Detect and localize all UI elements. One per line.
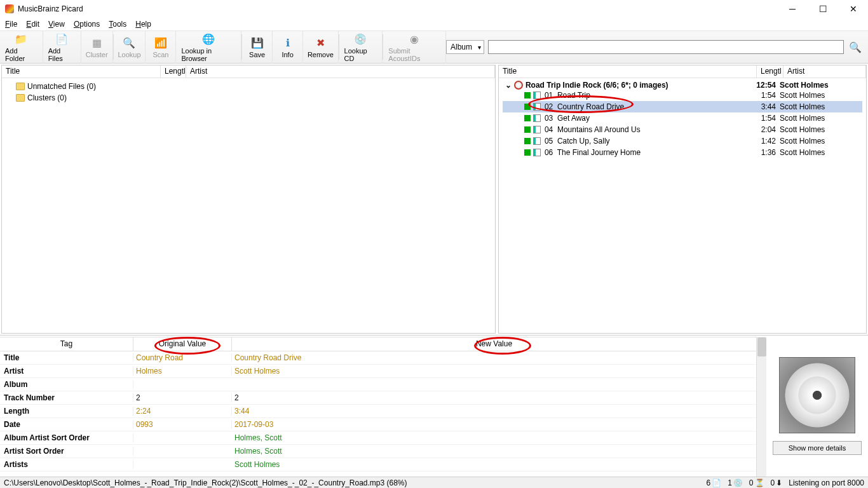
col-length[interactable]: Lengtl bbox=[161, 65, 186, 78]
app-icon bbox=[5, 4, 14, 13]
unmatched-files-item[interactable]: Unmatched Files (0) bbox=[6, 81, 491, 92]
statusbar: C:\Users\Lenovo\Desktop\Scott_Holmes_-_R… bbox=[0, 477, 868, 488]
remove-icon: ✖ bbox=[313, 36, 327, 50]
match-indicator-icon bbox=[524, 92, 531, 98]
file-plus-icon: 📄 bbox=[55, 32, 69, 46]
tag-row[interactable]: Date 0993 2017-09-03 bbox=[0, 418, 756, 431]
minimize-button[interactable]: ─ bbox=[783, 4, 802, 14]
tag-header-orig[interactable]: Original Value bbox=[133, 337, 232, 351]
tag-row[interactable]: Length 2:24 3:44 bbox=[0, 405, 756, 418]
fingerprint-icon: ◉ bbox=[407, 32, 421, 46]
right-pane: Title Lengtl Artist ⌄ Road Trip Indie Ro… bbox=[498, 65, 867, 334]
lookup-browser-button[interactable]: 🌐 Lookup in Browser bbox=[176, 30, 241, 64]
status-listening: Listening on port 8000 bbox=[789, 478, 864, 487]
add-files-button[interactable]: 📄 Add Files bbox=[43, 30, 81, 64]
col-title[interactable]: Title bbox=[2, 65, 161, 78]
tag-row[interactable]: Album Artist Sort Order Holmes, Scott bbox=[0, 431, 756, 445]
track-row[interactable]: 04 Mountains All Around Us 2:04 Scott Ho… bbox=[503, 124, 862, 135]
music-file-icon bbox=[533, 137, 541, 145]
scan-icon: 📶 bbox=[154, 36, 168, 50]
col-title[interactable]: Title bbox=[499, 65, 757, 78]
maximize-button[interactable]: ☐ bbox=[813, 4, 832, 14]
folder-plus-icon: 📁 bbox=[14, 32, 28, 46]
app-title: MusicBrainz Picard bbox=[18, 4, 83, 13]
cluster-button[interactable]: ▦ Cluster bbox=[81, 30, 113, 64]
tag-row[interactable]: Artist Holmes Scott Holmes bbox=[0, 365, 756, 378]
folder-icon bbox=[16, 83, 25, 90]
tag-row[interactable]: Title Country Road Country Road Drive bbox=[0, 351, 756, 365]
remove-button[interactable]: ✖ Remove bbox=[303, 30, 339, 64]
menu-help[interactable]: Help bbox=[135, 20, 151, 29]
music-file-icon bbox=[533, 149, 541, 156]
search-input[interactable] bbox=[488, 40, 844, 54]
search-button[interactable]: 🔍 bbox=[848, 39, 863, 55]
scan-button[interactable]: 📶 Scan bbox=[146, 30, 176, 64]
track-row[interactable]: 03 Get Away 1:54 Scott Holmes bbox=[503, 112, 862, 124]
left-pane: Title Lengtl Artist Unmatched Files (0) … bbox=[1, 65, 496, 334]
music-file-icon bbox=[533, 92, 541, 99]
search-type-dropdown[interactable]: Album bbox=[446, 40, 484, 54]
scrollbar[interactable] bbox=[756, 337, 766, 477]
menubar: File Edit View Options Tools Help bbox=[0, 18, 868, 30]
folder-icon bbox=[16, 94, 25, 102]
cluster-icon: ▦ bbox=[90, 36, 104, 50]
menu-file[interactable]: File bbox=[5, 20, 17, 29]
clusters-item[interactable]: Clusters (0) bbox=[6, 92, 491, 104]
show-more-details-button[interactable]: Show more details bbox=[773, 441, 862, 455]
match-indicator-icon bbox=[524, 138, 531, 144]
info-icon: ℹ bbox=[281, 36, 295, 50]
status-count-2: 1 💿 bbox=[728, 478, 743, 487]
toolbar: 📁 Add Folder 📄 Add Files ▦ Cluster 🔍 Loo… bbox=[0, 30, 868, 64]
tag-pane: Tag Original Value New Value Title Count… bbox=[0, 337, 756, 477]
track-row[interactable]: 06 The Final Journey Home 1:36 Scott Hol… bbox=[503, 147, 862, 158]
cd-icon: 💿 bbox=[353, 32, 367, 46]
lookup-button[interactable]: 🔍 Lookup bbox=[113, 30, 146, 64]
add-folder-button[interactable]: 📁 Add Folder bbox=[0, 30, 43, 64]
tag-row[interactable]: Album bbox=[0, 378, 756, 391]
tag-header-new[interactable]: New Value bbox=[232, 337, 756, 351]
music-file-icon bbox=[533, 114, 541, 122]
save-button[interactable]: 💾 Save bbox=[242, 30, 273, 64]
menu-options[interactable]: Options bbox=[74, 20, 100, 29]
lookup-cd-button[interactable]: 💿 Lookup CD bbox=[339, 30, 383, 64]
status-count-3: 0 ⏳ bbox=[749, 478, 764, 487]
col-artist[interactable]: Artist bbox=[186, 65, 495, 78]
cd-icon bbox=[514, 81, 523, 90]
menu-edit[interactable]: Edit bbox=[26, 20, 39, 29]
submit-acoustids-button[interactable]: ◉ Submit AcoustIDs bbox=[383, 30, 446, 64]
globe-icon: 🌐 bbox=[201, 32, 215, 46]
match-indicator-icon bbox=[524, 115, 531, 121]
music-file-icon bbox=[533, 103, 541, 111]
titlebar: MusicBrainz Picard ─ ☐ ✕ bbox=[0, 0, 868, 18]
match-indicator-icon bbox=[524, 126, 531, 133]
album-row[interactable]: ⌄ Road Trip Indie Rock (6/6; 6*; 0 image… bbox=[503, 81, 862, 90]
track-row[interactable]: 05 Catch Up, Sally 1:42 Scott Holmes bbox=[503, 135, 862, 147]
music-file-icon bbox=[533, 126, 541, 133]
track-row[interactable]: 02 Country Road Drive 3:44 Scott Holmes bbox=[503, 101, 862, 112]
album-art bbox=[779, 357, 855, 433]
cover-art-pane: Show more details bbox=[766, 337, 868, 477]
track-row[interactable]: 01 Road Trip 1:54 Scott Holmes bbox=[503, 90, 862, 101]
tag-row[interactable]: Artists Scott Holmes bbox=[0, 458, 756, 471]
close-button[interactable]: ✕ bbox=[844, 4, 863, 14]
menu-tools[interactable]: Tools bbox=[109, 20, 126, 29]
match-indicator-icon bbox=[524, 149, 531, 156]
match-indicator-icon bbox=[524, 104, 531, 110]
tag-row[interactable]: Track Number 2 2 bbox=[0, 391, 756, 405]
col-artist[interactable]: Artist bbox=[783, 65, 866, 78]
tag-row[interactable]: Artist Sort Order Holmes, Scott bbox=[0, 445, 756, 458]
status-count-4: 0 ⬇ bbox=[771, 478, 783, 487]
info-button[interactable]: ℹ Info bbox=[273, 30, 303, 64]
lookup-icon: 🔍 bbox=[122, 36, 136, 50]
tag-header-tag[interactable]: Tag bbox=[0, 337, 133, 351]
menu-view[interactable]: View bbox=[48, 20, 65, 29]
save-icon: 💾 bbox=[250, 36, 264, 50]
status-path: C:\Users\Lenovo\Desktop\Scott_Holmes_-_R… bbox=[4, 478, 407, 487]
col-length[interactable]: Lengtl bbox=[757, 65, 783, 78]
chevron-down-icon[interactable]: ⌄ bbox=[505, 81, 512, 90]
status-count-1: 6 📄 bbox=[706, 478, 721, 487]
